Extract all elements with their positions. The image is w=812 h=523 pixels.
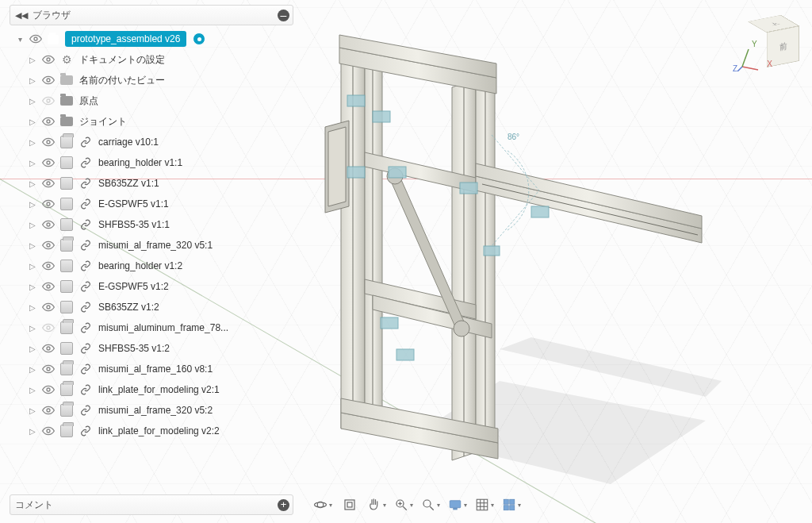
expand-toggle[interactable]: ▷ [27, 365, 38, 374]
grid-settings-button[interactable] [475, 496, 494, 513]
visibility-toggle[interactable] [41, 363, 56, 375]
tree-item-label: ドキュメントの設定 [78, 53, 167, 67]
tree-item[interactable]: ▷bearing_holder v1:1 [10, 152, 293, 173]
tree-item[interactable]: ▷名前の付いたビュー [10, 70, 293, 90]
visibility-toggle[interactable] [41, 321, 56, 334]
model-canvas[interactable]: 86° [293, 8, 722, 492]
body-icon [60, 280, 73, 293]
browser-panel-header[interactable]: ◀◀ ブラウザ – [10, 5, 293, 25]
svg-point-57 [315, 502, 327, 507]
expand-toggle[interactable]: ▾ [14, 35, 25, 44]
link-icon [78, 424, 94, 438]
svg-point-49 [47, 306, 50, 309]
tree-item[interactable]: ▷misumi_al_frame_320 v5:2 [10, 400, 293, 421]
expand-toggle[interactable]: ▷ [27, 159, 38, 167]
tree-item[interactable]: ▷misumi_al_frame_320 v5:1 [10, 235, 293, 256]
expand-toggle[interactable]: ▷ [27, 76, 38, 85]
svg-line-61 [403, 506, 407, 510]
tree-item[interactable]: ▷link_plate_for_modeling v2:1 [10, 379, 293, 400]
expand-toggle[interactable]: ▷ [27, 262, 38, 271]
link-icon [78, 383, 94, 397]
expand-toggle[interactable]: ▷ [27, 406, 38, 415]
link-icon [78, 321, 94, 335]
expand-toggle[interactable]: ▷ [27, 344, 38, 353]
tree-item[interactable]: ▷misumi_aluminum_frame_78... [10, 317, 293, 338]
tree-root[interactable]: ▾ prototype_assembled v26 [10, 29, 293, 49]
expand-toggle[interactable]: ▷ [27, 241, 38, 250]
svg-rect-36 [49, 33, 56, 36]
expand-toggle[interactable]: ▷ [27, 200, 38, 209]
svg-point-24 [454, 321, 469, 336]
active-component-radio[interactable] [193, 33, 205, 45]
zoom-button[interactable] [394, 496, 413, 513]
visibility-toggle[interactable] [41, 198, 56, 210]
tree-item[interactable]: ▷E-GSPWF5 v1:1 [10, 194, 293, 214]
expand-toggle[interactable]: ▷ [27, 117, 38, 126]
view-cube[interactable]: 上 前 右 X Y Z [737, 8, 801, 71]
visibility-toggle[interactable] [41, 301, 56, 313]
tree-item[interactable]: ▷misumi_al_frame_160 v8:1 [10, 359, 293, 379]
tree-item[interactable]: ▷SHFBS5-35 v1:2 [10, 338, 293, 359]
visibility-toggle[interactable] [41, 342, 56, 355]
display-settings-button[interactable] [448, 496, 467, 513]
visibility-toggle[interactable] [41, 218, 56, 231]
expand-toggle[interactable]: ▷ [27, 427, 38, 436]
viewport-layout-button[interactable] [502, 496, 521, 513]
visibility-toggle[interactable] [41, 280, 56, 293]
svg-rect-25 [347, 95, 365, 106]
svg-rect-32 [396, 349, 414, 360]
tree-item[interactable]: ▷SB635ZZ v1:1 [10, 173, 293, 194]
visibility-toggle[interactable] [41, 156, 56, 169]
tree-item[interactable]: ▷⚙ドキュメントの設定 [10, 49, 293, 70]
expand-toggle[interactable]: ▷ [27, 324, 38, 333]
tree-item[interactable]: ▷原点 [10, 90, 293, 111]
visibility-toggle[interactable] [29, 33, 43, 45]
body-icon [60, 156, 73, 169]
svg-point-41 [47, 140, 50, 144]
look-at-button[interactable] [340, 496, 359, 513]
visibility-toggle[interactable] [41, 53, 56, 66]
visibility-toggle[interactable] [41, 74, 56, 87]
expand-toggle[interactable]: ▷ [27, 303, 38, 312]
tree-item-label: 原点 [78, 94, 100, 108]
orbit-button[interactable] [313, 496, 332, 513]
visibility-toggle[interactable] [41, 404, 56, 417]
visibility-toggle[interactable] [41, 425, 56, 437]
expand-toggle[interactable]: ▷ [27, 179, 38, 188]
visibility-toggle[interactable] [41, 383, 56, 396]
expand-toggle[interactable]: ▷ [27, 138, 38, 147]
panel-minimize-button[interactable]: – [278, 10, 289, 21]
svg-rect-75 [504, 506, 508, 510]
expand-toggle[interactable]: ▷ [27, 386, 38, 394]
link-icon [78, 217, 94, 232]
comments-panel-header[interactable]: コメント + [10, 494, 293, 515]
visibility-toggle[interactable] [41, 115, 56, 128]
svg-point-38 [47, 79, 50, 82]
pan-button[interactable] [367, 496, 386, 513]
visibility-toggle[interactable] [41, 260, 56, 272]
tree-item[interactable]: ▷E-GSPWF5 v1:2 [10, 276, 293, 297]
panel-collapse-icon[interactable]: ◀◀ [15, 9, 28, 21]
svg-point-43 [47, 182, 50, 185]
expand-toggle[interactable]: ▷ [27, 56, 38, 64]
expand-toggle[interactable]: ▷ [27, 97, 38, 106]
tree-item[interactable]: ▷link_plate_for_modeling v2:2 [10, 421, 293, 441]
expand-toggle[interactable]: ▷ [27, 283, 38, 291]
tree-item[interactable]: ▷bearing_holder v1:2 [10, 256, 293, 276]
visibility-toggle[interactable] [41, 94, 56, 107]
svg-point-55 [47, 429, 50, 433]
svg-point-37 [47, 58, 50, 61]
visibility-toggle[interactable] [41, 239, 56, 252]
visibility-toggle[interactable] [41, 136, 56, 148]
expand-toggle[interactable]: ▷ [27, 221, 38, 229]
tree-item[interactable]: ▷SHFBS5-35 v1:1 [10, 214, 293, 235]
tree-item[interactable]: ▷SB635ZZ v1:2 [10, 297, 293, 317]
fit-button[interactable] [421, 496, 440, 513]
component-icon [60, 136, 73, 148]
visibility-toggle[interactable] [41, 177, 56, 190]
folder-icon [60, 117, 73, 126]
tree-item[interactable]: ▷ジョイント [10, 111, 293, 132]
browser-panel-title: ブラウザ [33, 9, 273, 22]
tree-item[interactable]: ▷carriage v10:1 [10, 132, 293, 152]
comments-add-button[interactable]: + [278, 499, 289, 511]
